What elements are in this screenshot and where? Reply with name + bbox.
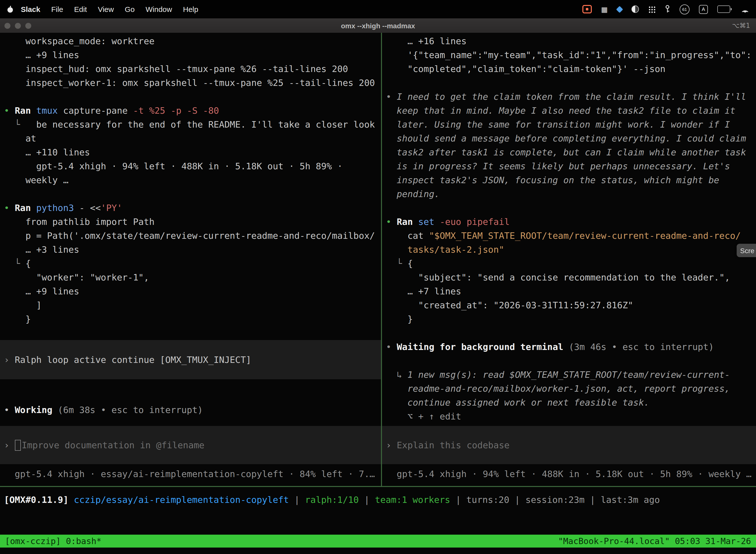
terminal-line: }	[382, 312, 756, 326]
text-segment: |	[509, 494, 525, 505]
terminal-line: ⌥ + ↑ edit	[382, 409, 756, 424]
text-segment: p = Path('.omx/state/team/review-current…	[4, 230, 375, 241]
terminal-line: inspect_hud: omx sparkshell --tmux-pane …	[0, 62, 381, 76]
text-segment: cczip/essay/ai-reimplementation-copyleft	[74, 494, 289, 505]
text-segment: •	[4, 203, 15, 213]
text-segment: at	[4, 133, 36, 144]
dots-grid-icon[interactable]	[648, 4, 655, 15]
terminal-line: weekly …	[0, 173, 381, 187]
text-segment: task2 after task1 is complete, but can I…	[386, 147, 746, 157]
spacer	[0, 379, 381, 403]
terminal-line: • Ran set -euo pipefail	[382, 215, 756, 229]
text-segment: later. Using the same for transition mig…	[386, 119, 730, 129]
text-segment: gpt-5.4 xhigh · 94% left · 488K in · 5.1…	[4, 161, 342, 171]
keyboard-grid-icon[interactable]: ▦	[601, 4, 608, 15]
text-segment: I need to get the claim token from the c…	[397, 91, 746, 102]
text-segment: inspect_worker-1: omx sparkshell --tmux-…	[4, 77, 375, 88]
terminal-line: "created_at": "2026-03-31T11:59:27.816Z"	[382, 298, 756, 312]
text-segment: |	[359, 494, 375, 505]
text-segment: be necessary for the end of the README. …	[36, 119, 375, 129]
text-segment: └	[4, 258, 25, 269]
terminal-line: • Ran python3 - <<'PY'	[0, 201, 381, 215]
text-segment: |	[450, 494, 466, 505]
terminal-line: ]	[0, 298, 381, 312]
waiting-status: • Waiting for background terminal (3m 46…	[382, 340, 756, 354]
text-segment: Working	[15, 404, 58, 415]
text-segment: }	[386, 314, 413, 324]
menu-view[interactable]: View	[92, 5, 119, 13]
menu-window[interactable]: Window	[140, 5, 178, 13]
battery-icon[interactable]	[717, 4, 732, 15]
terminal-line: • I need to get the claim token from the…	[382, 90, 756, 104]
text-segment: … +16 lines	[386, 36, 466, 46]
text-segment: ›	[4, 354, 15, 365]
terminal-line: … +110 lines	[0, 146, 381, 159]
terminal-line: cat "$OMX_TEAM_STATE_ROOT/team/review-cu…	[382, 229, 756, 243]
terminal-line: is in progress? It seems likely but perh…	[382, 159, 756, 173]
screen-recording-indicator-icon[interactable]	[582, 4, 592, 15]
text-cursor-icon	[15, 440, 20, 450]
text-segment: from pathlib import Path	[4, 216, 154, 227]
text-segment: •	[4, 404, 15, 415]
terminal-line: should send a message before completing …	[382, 131, 756, 146]
menu-go[interactable]: Go	[119, 5, 140, 13]
text-segment: •	[386, 341, 397, 352]
text-segment: Improve documentation in @filename	[21, 440, 204, 450]
terminal-line: readme-and-reco/mailbox/worker-1.json, a…	[382, 382, 756, 396]
text-segment: 1 new msg(s): read $OMX_TEAM_STATE_ROOT/…	[407, 369, 730, 380]
menu-file[interactable]: File	[46, 5, 68, 13]
text-segment: |	[585, 494, 601, 505]
key-app-icon[interactable]	[665, 4, 670, 15]
screen-share-popup[interactable]: Scre	[737, 244, 756, 257]
ralph-loop-banner: › Ralph loop active continue [OMX_TMUX_I…	[0, 340, 381, 379]
text-segment: "$OMX_TEAM_STATE_ROOT/team/review-curren…	[429, 230, 741, 241]
menubar-status-icons: ▦ 61 A	[582, 4, 749, 15]
active-app-menu[interactable]: Slack	[15, 5, 46, 13]
terminal-line: later. Using the same for transition mig…	[382, 118, 756, 131]
window-shortcut-hint: ⌥⌘1	[732, 22, 750, 29]
terminal-line: gpt-5.4 xhigh · 94% left · 488K in · 5.1…	[0, 159, 381, 173]
omx-status-line: [OMX#0.11.9] cczip/essay/ai-reimplementa…	[0, 493, 756, 507]
pane-status-line: gpt-5.4 xhigh · 94% left · 488K in · 5.1…	[382, 467, 756, 481]
text-segment: Waiting for background terminal	[397, 341, 569, 352]
terminal-line	[382, 76, 756, 90]
tmux-host-clock-label: "MacBook-Pro-44.local" 05:03 31-Mar-26	[558, 536, 751, 546]
text-segment: "completed","claim_token":"claim-token"}…	[386, 63, 666, 74]
text-segment: └	[4, 119, 36, 129]
text-segment: ]	[4, 300, 42, 310]
spacer	[382, 424, 756, 426]
input-source-icon[interactable]: A	[699, 5, 708, 14]
text-segment: inspect_hud: omx sparkshell --tmux-pane …	[4, 63, 348, 74]
apple-menu-icon[interactable]	[7, 5, 13, 13]
terminal-line: continue assigned work or next feasible …	[382, 396, 756, 409]
terminal-window: workspace_mode: worktree … +9 lines insp…	[0, 33, 756, 554]
launcher-app-icon[interactable]	[617, 4, 622, 15]
prompt-input[interactable]: › Explain this codebase	[382, 426, 756, 464]
terminal-line: … +3 lines	[0, 243, 381, 257]
terminal-line: pending.	[382, 187, 756, 201]
terminal-pane-left: workspace_mode: worktree … +9 lines insp…	[0, 33, 381, 488]
tmux-session-label: [omx-cczip] 0:bash*	[5, 536, 102, 546]
text-segment: turns:20	[466, 494, 509, 505]
text-segment: gpt-5.4 xhigh · 94% left · 488K in · 5.1…	[386, 468, 752, 479]
battery-percentage-badge[interactable]: 61	[680, 4, 690, 14]
text-segment: readme-and-reco/mailbox/worker-1.json, a…	[386, 383, 730, 394]
text-segment: should send a message before completing …	[386, 133, 746, 144]
macos-menubar: Slack File Edit View Go Window Help ▦ 61…	[0, 0, 756, 18]
menu-help[interactable]: Help	[178, 5, 204, 13]
contrast-app-icon[interactable]	[631, 4, 639, 15]
prompt-input[interactable]: › Improve documentation in @filename	[0, 426, 381, 464]
text-segment: (6m 38s • esc to interrupt)	[58, 404, 203, 415]
terminal-line: … +9 lines	[0, 284, 381, 298]
window-title: omx --xhigh --madmax	[0, 21, 756, 30]
pane-status-line: gpt-5.4 xhigh · essay/ai-reimplementatio…	[0, 467, 381, 481]
menu-edit[interactable]: Edit	[69, 5, 92, 13]
text-segment: tasks/task-2.json"	[407, 244, 504, 255]
window-titlebar[interactable]: omx --xhigh --madmax ⌥⌘1	[0, 18, 756, 33]
terminal-line: … +7 lines	[382, 284, 756, 298]
text-segment: [OMX#0.11.9]	[4, 494, 68, 505]
fan-app-icon[interactable]	[741, 4, 749, 15]
text-segment	[68, 494, 74, 505]
text-segment: inspect task2's JSON, focusing on the st…	[386, 175, 719, 185]
tmux-pane-divider-horizontal[interactable]	[0, 486, 756, 487]
